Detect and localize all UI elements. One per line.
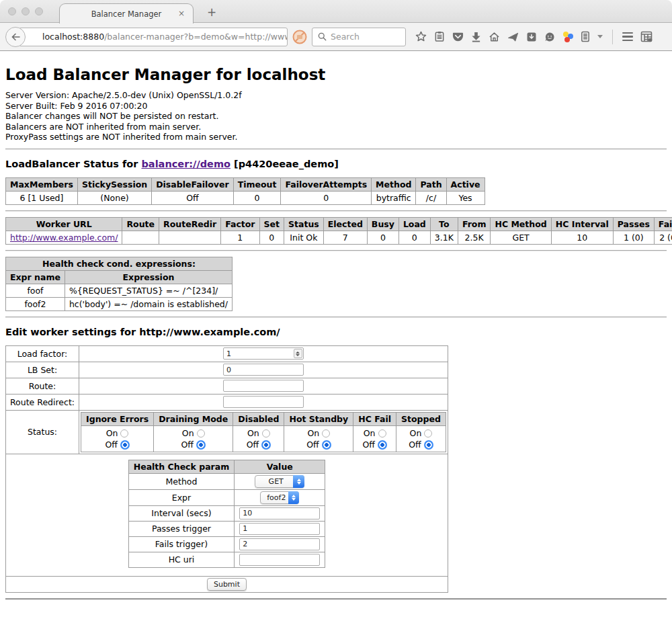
tab-balancer-manager[interactable]: Balancer Manager ×	[59, 3, 194, 24]
search-placeholder: Search	[331, 32, 360, 42]
ignore-errors-off-radio[interactable]	[120, 440, 130, 450]
toolbar-divider	[612, 30, 613, 44]
search-bar[interactable]: Search	[312, 28, 406, 46]
page-title: Load Balancer Manager for localhost	[5, 66, 667, 83]
number-spinner-icon[interactable]	[294, 349, 302, 358]
chevron-down-icon[interactable]	[597, 35, 603, 38]
server-built-line: Server Built: Feb 9 2016 07:00:20	[5, 101, 667, 112]
reading-list-icon[interactable]	[434, 31, 445, 42]
route-input[interactable]	[223, 380, 304, 392]
table-header-row: Health Check param Value	[128, 460, 325, 473]
status-table: Ignore Errors Draining Mode Disabled Hot…	[81, 412, 446, 452]
table-header-row: MaxMembers StickySession DisableFailover…	[6, 177, 485, 191]
balancer-status-table: MaxMembers StickySession DisableFailover…	[5, 177, 485, 205]
load-factor-label: Load factor:	[6, 345, 79, 362]
hc-interval-label: Interval (secs)	[128, 505, 235, 521]
worker-url-link[interactable]: http://www.example.com/	[10, 233, 118, 243]
new-tab-button[interactable]: +	[202, 5, 222, 19]
table-row: 6 [1 Used] (None) Off 0 0 bytraffic /c/ …	[6, 191, 485, 204]
hc-passes-label: Passes trigger	[128, 521, 235, 536]
zoom-window-button[interactable]	[35, 7, 43, 15]
submit-button[interactable]: Submit	[207, 578, 247, 591]
select-stepper-icon	[293, 475, 304, 488]
hc-expr-label: Expr	[128, 489, 235, 505]
hc-fail-off-radio[interactable]	[378, 440, 387, 450]
hc-method-label: Method	[128, 473, 235, 489]
url-text: localhost:8880/balancer-manager?b=demo&w…	[42, 32, 288, 42]
downloads-icon[interactable]	[471, 32, 481, 42]
hc-passes-input[interactable]	[239, 523, 320, 535]
table-row: http://www.example.com/ 1 0 Init Ok 7 0 …	[6, 231, 672, 244]
draining-mode-off-radio[interactable]	[196, 440, 206, 450]
feedback-smiley-icon[interactable]	[544, 32, 555, 42]
proxypass-note-line: ProxyPass settings are NOT inherited fro…	[5, 132, 667, 142]
route-label: Route:	[6, 378, 79, 394]
back-button[interactable]	[5, 27, 26, 47]
stopped-on-radio[interactable]	[424, 429, 432, 438]
window-controls	[8, 7, 43, 15]
divider	[5, 598, 667, 600]
inherit-note-line: Balancers are NOT inherited from main se…	[5, 122, 667, 132]
form-row-status: Status: Ignore Errors Draining Mode Disa…	[6, 410, 448, 454]
ignore-errors-on-radio[interactable]	[120, 429, 128, 438]
table-header-row: Ignore Errors Draining Mode Disabled Hot…	[81, 412, 446, 425]
hc-fails-label: Fails trigger)	[128, 536, 235, 552]
colors-extension-icon[interactable]	[562, 32, 573, 42]
draining-mode-on-radio[interactable]	[197, 429, 205, 438]
menu-icon[interactable]	[622, 32, 633, 42]
hc-method-select[interactable]: GET	[255, 475, 304, 488]
extension-square-icon[interactable]	[526, 32, 537, 42]
hc-method-row: Method GET	[128, 473, 325, 489]
divider	[5, 210, 667, 212]
lb-set-label: LB Set:	[6, 362, 79, 378]
hc-fail-on-radio[interactable]	[378, 429, 386, 438]
tab-close-icon[interactable]: ×	[177, 9, 186, 18]
edit-worker-heading: Edit worker settings for http://www.exam…	[5, 327, 667, 337]
tab-title: Balancer Manager	[91, 9, 162, 19]
pocket-icon[interactable]	[452, 32, 464, 42]
close-window-button[interactable]	[8, 7, 16, 15]
hot-standby-off-radio[interactable]	[322, 440, 331, 450]
table-row: foof2 hc('body') =~ /domain is establish…	[6, 297, 233, 310]
sidebar-grid-icon[interactable]	[640, 31, 653, 42]
form-row-submit: Submit	[6, 576, 448, 592]
hc-expr-select[interactable]: foof2	[260, 491, 299, 504]
bookmark-star-icon[interactable]	[415, 31, 427, 42]
form-row-route: Route:	[6, 378, 448, 394]
server-version-line: Server Version: Apache/2.5.0-dev (Unix) …	[5, 90, 667, 101]
container-extension-icon[interactable]	[581, 31, 590, 42]
url-bar[interactable]: localhost:8880/balancer-manager?b=demo&w…	[19, 28, 288, 46]
toolbar-icons	[415, 30, 653, 44]
page-content: Load Balancer Manager for localhost Serv…	[0, 66, 672, 600]
form-row-lb-set: LB Set:	[6, 362, 448, 378]
hc-interval-input[interactable]	[239, 507, 320, 520]
navigation-toolbar: localhost:8880/balancer-manager?b=demo&w…	[0, 23, 672, 51]
disabled-off-radio[interactable]	[261, 440, 271, 450]
worker-status-table: Worker URL Route RouteRedir Factor Set S…	[5, 217, 672, 245]
form-row-load-factor: Load factor:	[6, 345, 448, 362]
home-icon[interactable]	[489, 32, 500, 42]
health-check-expressions-table: Health check cond. expressions: Expr nam…	[5, 257, 233, 311]
divider	[5, 149, 667, 150]
route-redirect-input[interactable]	[223, 396, 304, 408]
persist-note-line: Balancer changes will NOT be persisted o…	[5, 111, 667, 122]
send-icon[interactable]	[507, 32, 519, 42]
hc-uri-input[interactable]	[239, 554, 320, 566]
health-check-param-table: Health Check param Value Method GET	[128, 460, 326, 568]
minimize-window-button[interactable]	[22, 7, 30, 15]
table-header-row: Expr name Expression	[6, 270, 233, 284]
lb-set-input[interactable]	[223, 364, 304, 376]
select-stepper-icon	[288, 491, 299, 504]
adblock-icon[interactable]	[292, 29, 308, 45]
table-row: foof %{REQUEST_STATUS} =~ /^[234]/	[6, 284, 233, 297]
divider	[5, 250, 667, 251]
status-radio-row: OnOff OnOff OnOff OnOff OnOff OnOff	[81, 425, 446, 452]
stopped-off-radio[interactable]	[424, 440, 433, 450]
load-factor-input[interactable]	[223, 347, 304, 360]
balancer-demo-link[interactable]: balancer://demo	[141, 159, 230, 169]
hot-standby-on-radio[interactable]	[322, 429, 330, 438]
balancer-status-heading: LoadBalancer Status for balancer://demo …	[5, 159, 667, 169]
disabled-on-radio[interactable]	[262, 429, 270, 438]
hc-fails-input[interactable]	[239, 538, 320, 550]
route-redirect-label: Route Redirect:	[6, 394, 79, 410]
